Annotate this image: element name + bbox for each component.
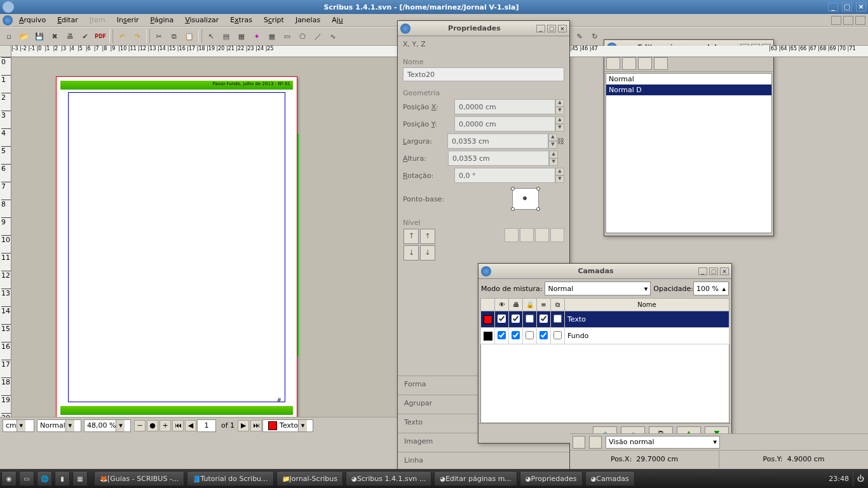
workspace-switcher[interactable]: ▦: [72, 471, 88, 486]
duplicate-master-button[interactable]: [622, 57, 636, 70]
shape-icon[interactable]: ▭: [280, 29, 294, 43]
horizontal-ruler-right[interactable]: |45 |46 |47 |63 |64 |65 |66 |67 |68 |69 …: [570, 46, 868, 57]
menu-inserir[interactable]: Inserir: [117, 16, 139, 24]
copy-icon[interactable]: ⧉: [167, 29, 181, 43]
layer-selector[interactable]: Texto▾: [262, 419, 313, 432]
layer-name[interactable]: Fundo: [565, 328, 729, 344]
logout-icon[interactable]: ⏻: [853, 471, 868, 486]
preset-selector[interactable]: Normal▾: [37, 419, 81, 432]
textframe-icon[interactable]: ▤: [219, 29, 233, 43]
rotation-input[interactable]: [454, 168, 555, 183]
maximize-button[interactable]: ▢: [842, 3, 852, 11]
horizontal-ruler[interactable]: |-3 |-2 |-1 |0 |1 |2 |3 |4 |5 |6 |7 |8 |…: [11, 46, 397, 57]
start-button[interactable]: ◉: [1, 471, 17, 486]
layer-color-swatch[interactable]: [484, 315, 492, 324]
close-button[interactable]: ×: [856, 3, 866, 11]
task-button[interactable]: 📘 Tutorial do Scribu...: [187, 471, 273, 486]
dialog-close-button[interactable]: ×: [558, 25, 567, 32]
show-desktop-icon[interactable]: ▭: [19, 471, 34, 486]
lock-button[interactable]: [535, 228, 549, 242]
layer-color-swatch[interactable]: [484, 332, 492, 341]
line-icon[interactable]: ／: [311, 29, 325, 43]
menu-arquivo[interactable]: AArquivorquivo: [19, 16, 46, 24]
unit-selector[interactable]: cm▾: [3, 419, 34, 432]
cut-icon[interactable]: ✂: [152, 29, 166, 43]
ruler-origin[interactable]: [0, 46, 11, 57]
task-button[interactable]: ◕ Scribus 1.4.1.svn ...: [346, 471, 431, 486]
view-mode-select[interactable]: Visão normal▾: [606, 436, 720, 449]
posx-input[interactable]: [454, 99, 555, 114]
rendframe-icon[interactable]: ✦: [250, 29, 264, 43]
task-button[interactable]: ◕ Camadas: [585, 471, 635, 486]
preview-toggle-icon[interactable]: [573, 436, 585, 449]
width-input[interactable]: [447, 133, 548, 149]
flow-checkbox[interactable]: [539, 331, 548, 339]
table-icon[interactable]: ▦: [265, 29, 279, 43]
menu-extras[interactable]: Extras: [230, 16, 252, 24]
opacity-input[interactable]: 100 %▴: [693, 281, 729, 295]
paste-icon[interactable]: 📋: [182, 29, 196, 43]
flip-v-button[interactable]: [520, 228, 534, 242]
last-page-icon[interactable]: ⏭: [250, 420, 262, 431]
level-down-button[interactable]: ↓: [420, 245, 435, 261]
browser-icon[interactable]: 🌐: [37, 471, 52, 486]
task-button[interactable]: 📁 Jornal-Scribus: [276, 471, 343, 486]
import-master-button[interactable]: [638, 57, 652, 70]
menu-janelas[interactable]: Janelas: [295, 16, 320, 24]
page-number-input[interactable]: 1: [197, 419, 216, 432]
layer-row[interactable]: Texto: [481, 311, 729, 328]
cms-toggle-icon[interactable]: [589, 436, 602, 449]
zoom-out-icon[interactable]: −: [134, 420, 146, 431]
rotate-icon[interactable]: ↻: [588, 29, 602, 43]
layer-row[interactable]: Fundo: [481, 328, 729, 344]
lock-checkbox[interactable]: [526, 331, 534, 339]
document-page[interactable]: Passo Fundo, julho de 2013 - Nº 01 #: [56, 76, 297, 419]
dialog-minimize-button[interactable]: _: [536, 25, 545, 32]
print-icon[interactable]: 🖶: [63, 29, 77, 43]
basepoint-selector[interactable]: [512, 188, 539, 210]
flip-h-button[interactable]: [505, 228, 519, 242]
master-list[interactable]: Normal Normal D: [606, 73, 772, 233]
layer-name[interactable]: Texto: [565, 311, 729, 328]
spin-up-icon[interactable]: ▲: [555, 99, 564, 107]
save-icon[interactable]: 💾: [32, 29, 46, 43]
master-item[interactable]: Normal: [606, 74, 771, 85]
clock[interactable]: 23:48: [825, 475, 853, 483]
minimize-button[interactable]: _: [828, 3, 838, 11]
terminal-icon[interactable]: ▮: [55, 471, 70, 486]
print-checkbox[interactable]: [512, 331, 520, 339]
mdi-minimize-button[interactable]: [831, 16, 841, 25]
bezier-icon[interactable]: ∿: [326, 29, 340, 43]
xyz-tab[interactable]: X, Y, Z: [403, 40, 564, 54]
pdf-icon[interactable]: PDF: [93, 29, 107, 43]
visible-checkbox[interactable]: [498, 315, 506, 323]
page-view[interactable]: Passo Fundo, julho de 2013 - Nº 01 #: [11, 57, 397, 422]
freehand-icon[interactable]: ✎: [573, 29, 587, 43]
master-item[interactable]: Normal D: [606, 85, 771, 95]
height-input[interactable]: [448, 151, 549, 166]
task-button[interactable]: 🦊 [Guias - SCRIBUS -...: [94, 471, 184, 486]
dialog-maximize-button[interactable]: ▢: [547, 25, 556, 32]
spin-down-icon[interactable]: ▼: [555, 107, 564, 114]
dialog-minimize-button[interactable]: _: [698, 268, 707, 275]
select-icon[interactable]: ↖: [204, 29, 218, 43]
redo-icon[interactable]: ↷: [130, 29, 144, 43]
undo-icon[interactable]: ↶: [115, 29, 129, 43]
lock-checkbox[interactable]: [526, 315, 534, 323]
mdi-restore-button[interactable]: [843, 16, 853, 25]
zoom-in-icon[interactable]: +: [159, 420, 171, 431]
level-bottom-button[interactable]: ⤓: [403, 245, 419, 261]
vertical-ruler[interactable]: 01234567891011121314151617181920: [0, 57, 11, 422]
dialog-close-button[interactable]: ×: [720, 268, 729, 275]
level-top-button[interactable]: ⤒: [403, 229, 419, 244]
dialog-maximize-button[interactable]: ▢: [709, 268, 718, 275]
outline-checkbox[interactable]: [553, 331, 562, 339]
new-icon[interactable]: ▫: [2, 29, 16, 43]
zoom-actual-icon[interactable]: ●: [147, 420, 158, 431]
accordion-linha[interactable]: Linha: [398, 452, 569, 471]
prev-page-icon[interactable]: ◀: [185, 420, 196, 431]
text-frame[interactable]: [68, 92, 285, 402]
level-up-button[interactable]: ↑: [420, 229, 435, 244]
menu-visualizar[interactable]: Visualizar: [185, 16, 219, 24]
mdi-close-button[interactable]: [855, 16, 865, 25]
